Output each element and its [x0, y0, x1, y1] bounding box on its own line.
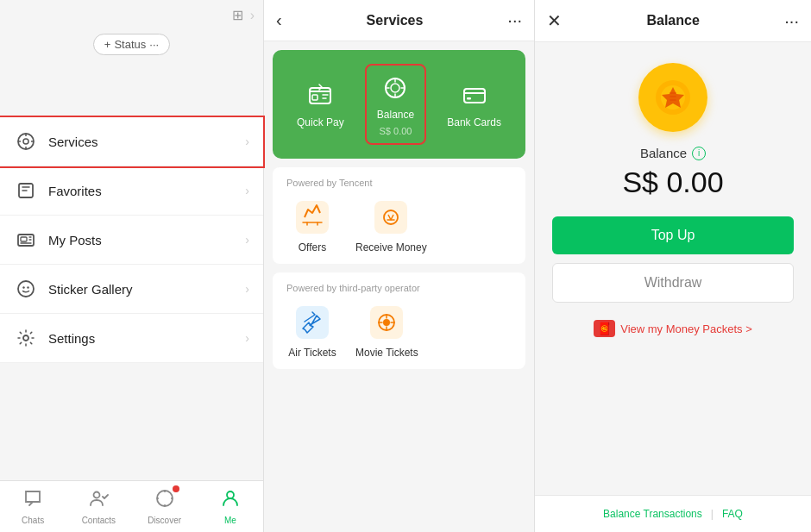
footer-divider: | [711, 508, 714, 520]
topup-button[interactable]: Top Up [552, 216, 794, 254]
nav-contacts[interactable]: Contacts [66, 481, 131, 532]
back-button[interactable]: ‹ [276, 10, 282, 30]
bank-cards-card-item[interactable]: Bank Cards [447, 80, 501, 128]
sidebar-item-favorites[interactable]: Favorites › [0, 166, 263, 216]
balance-card-label: Balance [377, 109, 414, 121]
sidebar-item-sticker-gallery[interactable]: Sticker Gallery › [0, 265, 263, 314]
balance-card-sub: S$ 0.00 [380, 126, 412, 136]
balance-card-item[interactable]: Balance S$ 0.00 [365, 64, 426, 145]
svg-point-6 [27, 286, 28, 288]
receive-money-label: Receive Money [355, 241, 427, 253]
red-envelope-icon: 🧧 [594, 320, 615, 337]
balance-footer: Balance Transactions | FAQ [535, 495, 811, 532]
balance-transactions-link[interactable]: Balance Transactions [603, 508, 702, 520]
contacts-icon [88, 488, 109, 514]
panel-middle: ‹ Services ··· Quick Pay [264, 0, 535, 532]
services-label: Services [48, 135, 245, 149]
nav-me[interactable]: Me [198, 481, 263, 532]
close-button[interactable]: ✕ [547, 10, 562, 31]
middle-more-button[interactable]: ··· [507, 10, 522, 30]
chats-icon [22, 488, 43, 514]
svg-point-10 [227, 491, 234, 498]
thirdparty-section: Powered by third-party operator Air Tick… [273, 272, 525, 369]
discover-label: Discover [148, 516, 181, 525]
sticker-chevron: › [245, 282, 249, 296]
favorites-chevron: › [245, 184, 249, 197]
money-packets-row[interactable]: 🧧 View my Money Packets > [594, 320, 752, 337]
balance-label: Balance [640, 146, 687, 160]
money-packets-link: View my Money Packets > [620, 322, 752, 335]
my-posts-label: My Posts [48, 233, 245, 247]
contacts-label: Contacts [82, 516, 116, 525]
quick-pay-label: Quick Pay [297, 116, 344, 128]
faq-link[interactable]: FAQ [722, 508, 743, 520]
thirdparty-service-grid: Air Tickets Movie Tickets [286, 304, 512, 359]
menu-section: Services › Favorites › My P [0, 117, 263, 363]
posts-icon [14, 228, 38, 252]
balance-card-icon [380, 72, 411, 103]
withdraw-button[interactable]: Withdraw [552, 263, 794, 303]
settings-chevron: › [245, 331, 249, 345]
me-label: Me [224, 516, 236, 525]
receive-money-item[interactable]: Receive Money [355, 198, 427, 253]
status-area: + Status ··· [0, 30, 263, 64]
svg-rect-18 [374, 201, 407, 234]
plus-icon: + [104, 38, 111, 51]
panel-right: ✕ Balance ··· Balance i S$ 0.00 Top Up W… [535, 0, 811, 532]
more-icon: ··· [149, 38, 159, 51]
settings-label: Settings [48, 331, 245, 346]
discover-icon [154, 488, 175, 514]
right-more-button[interactable]: ··· [784, 11, 799, 31]
air-tickets-item[interactable]: Air Tickets [286, 304, 338, 359]
offers-item[interactable]: Offers [286, 198, 338, 253]
middle-header: ‹ Services ··· [264, 0, 534, 41]
quick-pay-icon [305, 80, 336, 111]
offers-icon [293, 198, 331, 236]
panel-left: ⊞ › + Status ··· Services › [0, 0, 264, 532]
quick-pay-card-item[interactable]: Quick Pay [297, 80, 344, 128]
svg-point-4 [18, 281, 34, 297]
info-icon[interactable]: i [692, 147, 706, 160]
balance-content: Balance i S$ 0.00 Top Up Withdraw 🧧 View… [535, 42, 811, 337]
air-tickets-label: Air Tickets [288, 347, 336, 359]
coin-icon [638, 63, 707, 132]
sidebar-item-settings[interactable]: Settings › [0, 314, 263, 363]
tencent-section: Powered by Tencent Offers [273, 167, 525, 264]
posts-chevron: › [245, 233, 249, 247]
svg-rect-12 [312, 95, 317, 100]
services-icon [14, 129, 38, 153]
me-icon [220, 488, 241, 514]
svg-point-5 [22, 286, 24, 288]
balance-title-row: Balance i [640, 146, 706, 160]
svg-rect-16 [467, 97, 471, 100]
nav-discover[interactable]: Discover [132, 481, 198, 532]
svg-point-14 [391, 84, 399, 92]
chats-label: Chats [22, 516, 44, 525]
chevron-right-icon: › [250, 8, 255, 23]
bank-cards-icon [459, 80, 490, 111]
movie-tickets-item[interactable]: Movie Tickets [355, 304, 418, 359]
sidebar-item-services[interactable]: Services › [0, 117, 263, 166]
right-header: ✕ Balance ··· [535, 0, 811, 42]
grid-icon[interactable]: ⊞ [232, 7, 243, 23]
sticker-gallery-label: Sticker Gallery [48, 282, 245, 297]
nav-chats[interactable]: Chats [0, 481, 66, 532]
right-title: Balance [646, 13, 699, 28]
bank-cards-label: Bank Cards [447, 116, 501, 128]
panel-left-top-area: ⊞ › + Status ··· [0, 0, 263, 117]
favorites-label: Favorites [48, 184, 245, 198]
movie-tickets-label: Movie Tickets [355, 347, 418, 359]
svg-rect-15 [464, 89, 485, 103]
svg-point-23 [383, 319, 390, 326]
tencent-service-grid: Offers Receive Money [286, 198, 512, 253]
tencent-powered-label: Powered by Tencent [286, 178, 512, 188]
sidebar-item-my-posts[interactable]: My Posts › [0, 216, 263, 265]
svg-rect-17 [296, 201, 329, 234]
movie-tickets-icon [368, 304, 406, 341]
svg-point-8 [94, 492, 100, 498]
thirdparty-powered-label: Powered by third-party operator [286, 283, 512, 293]
left-spacer [0, 363, 263, 480]
svg-point-7 [23, 335, 28, 341]
status-button[interactable]: + Status ··· [93, 34, 170, 55]
services-green-card: Quick Pay Balance S$ 0.00 [273, 50, 525, 159]
